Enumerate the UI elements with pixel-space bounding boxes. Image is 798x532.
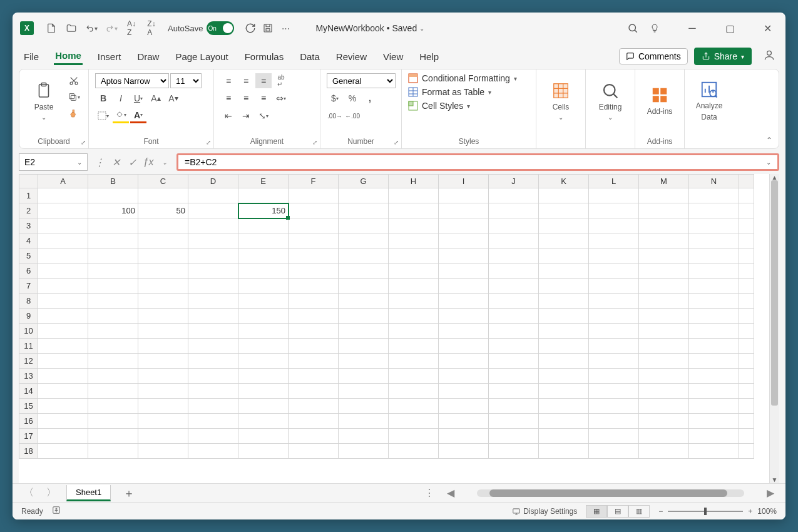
- cell[interactable]: [639, 324, 689, 339]
- cell[interactable]: [339, 203, 389, 218]
- cell[interactable]: [289, 399, 339, 414]
- cell[interactable]: [489, 339, 539, 354]
- cell[interactable]: [339, 339, 389, 354]
- cell[interactable]: [238, 324, 289, 339]
- row-header[interactable]: 7: [19, 279, 38, 294]
- cell[interactable]: [489, 354, 539, 369]
- cell[interactable]: [439, 294, 489, 309]
- cell[interactable]: [639, 399, 689, 414]
- cell[interactable]: [289, 324, 339, 339]
- sort-asc-icon[interactable]: A↓Z: [125, 22, 138, 34]
- row-header[interactable]: 9: [19, 309, 38, 324]
- cell[interactable]: [439, 414, 489, 429]
- align-right-icon[interactable]: ≡: [255, 91, 272, 106]
- vertical-scrollbar[interactable]: ▲ ▼: [769, 174, 779, 483]
- cell[interactable]: [88, 263, 138, 279]
- zoom-in-icon[interactable]: +: [748, 507, 752, 516]
- cell[interactable]: [38, 294, 88, 309]
- cell[interactable]: [739, 384, 754, 399]
- cell[interactable]: [289, 309, 339, 324]
- cell[interactable]: [188, 384, 238, 399]
- tab-formulas[interactable]: Formulas: [243, 49, 285, 64]
- cell[interactable]: [188, 369, 238, 384]
- cell[interactable]: [389, 324, 439, 339]
- cell[interactable]: [639, 279, 689, 294]
- cell[interactable]: [689, 354, 739, 369]
- cell[interactable]: [138, 279, 188, 294]
- cell[interactable]: [188, 429, 238, 444]
- cell[interactable]: [138, 324, 188, 339]
- merge-center-icon[interactable]: ⇔▾: [273, 91, 289, 106]
- cell[interactable]: [739, 218, 754, 233]
- redo-button[interactable]: ▾: [105, 22, 118, 34]
- cell[interactable]: [489, 294, 539, 309]
- column-header[interactable]: C: [138, 175, 188, 188]
- cell[interactable]: [138, 218, 188, 233]
- row-header[interactable]: 6: [19, 263, 38, 279]
- cell[interactable]: [639, 429, 689, 444]
- cell[interactable]: [289, 369, 339, 384]
- cell[interactable]: [188, 279, 238, 294]
- cell[interactable]: [689, 294, 739, 309]
- enter-formula-icon[interactable]: ✓: [126, 156, 138, 168]
- cell[interactable]: [589, 369, 639, 384]
- cell[interactable]: [489, 248, 539, 263]
- cell[interactable]: [689, 279, 739, 294]
- cell[interactable]: [539, 324, 589, 339]
- cell[interactable]: [539, 294, 589, 309]
- spreadsheet-grid[interactable]: ABCDEFGHIJKLMN12100501503456789101112131…: [19, 174, 779, 483]
- cell[interactable]: [389, 203, 439, 218]
- cell[interactable]: [589, 414, 639, 429]
- cell[interactable]: [289, 203, 339, 218]
- cell[interactable]: [188, 399, 238, 414]
- cell[interactable]: 50: [138, 203, 188, 218]
- row-header[interactable]: 3: [19, 218, 38, 233]
- cell[interactable]: [689, 399, 739, 414]
- cell[interactable]: [589, 263, 639, 279]
- cell[interactable]: [589, 429, 639, 444]
- cell[interactable]: [238, 444, 289, 459]
- minimize-button[interactable]: ─: [682, 22, 703, 34]
- search-icon[interactable]: [627, 22, 639, 34]
- cell[interactable]: [639, 263, 689, 279]
- cell[interactable]: [689, 339, 739, 354]
- cell[interactable]: [439, 369, 489, 384]
- close-button[interactable]: ✕: [757, 22, 778, 34]
- cell[interactable]: [238, 279, 289, 294]
- cell[interactable]: [238, 294, 289, 309]
- cell[interactable]: [539, 279, 589, 294]
- row-header[interactable]: 18: [19, 444, 38, 459]
- font-name-select[interactable]: Aptos Narrow: [95, 73, 169, 88]
- cell[interactable]: [238, 429, 289, 444]
- cell[interactable]: [539, 414, 589, 429]
- cell[interactable]: [439, 384, 489, 399]
- cell[interactable]: [639, 354, 689, 369]
- cell[interactable]: [339, 369, 389, 384]
- cell[interactable]: [739, 233, 754, 248]
- cell[interactable]: [289, 188, 339, 203]
- cell[interactable]: [88, 339, 138, 354]
- align-top-icon[interactable]: ≡: [220, 73, 237, 88]
- display-settings-button[interactable]: Display Settings: [512, 507, 577, 516]
- cell[interactable]: [88, 309, 138, 324]
- comments-button[interactable]: Comments: [619, 48, 688, 64]
- borders-button[interactable]: ▾: [95, 108, 111, 123]
- column-header[interactable]: G: [339, 175, 389, 188]
- cell[interactable]: [589, 188, 639, 203]
- fb-more-icon[interactable]: ⋮: [94, 156, 105, 168]
- column-header[interactable]: A: [38, 175, 88, 188]
- cell[interactable]: [539, 429, 589, 444]
- cell[interactable]: [339, 324, 389, 339]
- percent-icon[interactable]: %: [344, 91, 361, 106]
- cell[interactable]: [539, 218, 589, 233]
- cell[interactable]: [289, 218, 339, 233]
- cell[interactable]: [489, 218, 539, 233]
- increase-indent-icon[interactable]: ⇥: [238, 108, 254, 123]
- cell[interactable]: [739, 279, 754, 294]
- new-file-icon[interactable]: [45, 22, 58, 34]
- cell[interactable]: [188, 339, 238, 354]
- row-header[interactable]: 13: [19, 369, 38, 384]
- cell[interactable]: [689, 188, 739, 203]
- page-layout-view-icon[interactable]: ▤: [607, 505, 628, 518]
- cell[interactable]: [739, 203, 754, 218]
